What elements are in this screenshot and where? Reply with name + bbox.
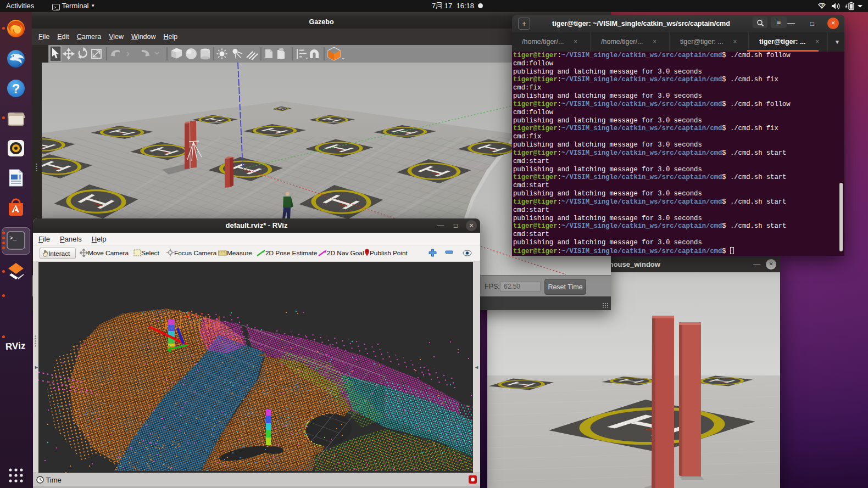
svg-text:?: ? bbox=[12, 81, 20, 96]
svg-text:>_: >_ bbox=[9, 235, 17, 242]
svg-text:RViz: RViz bbox=[5, 340, 25, 352]
svg-text:?: ? bbox=[820, 3, 824, 9]
